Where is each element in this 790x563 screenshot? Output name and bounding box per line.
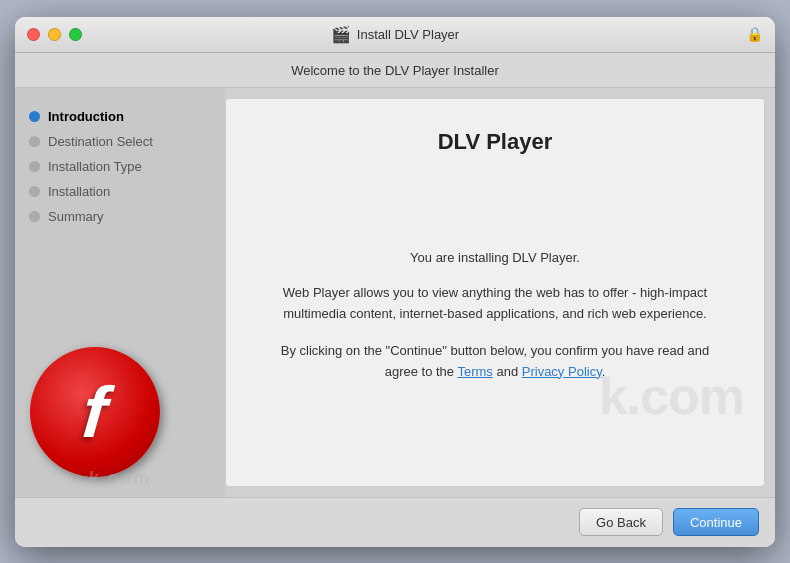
terms-link[interactable]: Terms <box>457 364 492 379</box>
terms-text: By clicking on the "Continue" button bel… <box>266 341 724 383</box>
minimize-button[interactable] <box>48 28 61 41</box>
right-panel: k.com DLV Player You are installing DLV … <box>225 98 765 487</box>
nav-dot-summary <box>29 211 40 222</box>
nav-dot-installation-type <box>29 161 40 172</box>
flash-f-letter: f <box>80 376 110 448</box>
installer-window: 🎬 Install DLV Player 🔒 Welcome to the DL… <box>15 17 775 547</box>
nav-label-introduction: Introduction <box>48 109 124 124</box>
panel-title: DLV Player <box>266 129 724 155</box>
sidebar-item-introduction[interactable]: Introduction <box>15 104 225 129</box>
sidebar-item-destination-select[interactable]: Destination Select <box>15 129 225 154</box>
subtitle-text: Welcome to the DLV Player Installer <box>291 63 499 78</box>
nav-dot-destination <box>29 136 40 147</box>
titlebar: 🎬 Install DLV Player 🔒 <box>15 17 775 53</box>
continue-button[interactable]: Continue <box>673 508 759 536</box>
title-icon: 🎬 <box>331 25 351 44</box>
sidebar-item-installation-type[interactable]: Installation Type <box>15 154 225 179</box>
nav-label-installation: Installation <box>48 184 110 199</box>
flash-logo-circle: f <box>30 347 160 477</box>
go-back-button[interactable]: Go Back <box>579 508 663 536</box>
window-title: 🎬 Install DLV Player <box>331 25 459 44</box>
subtitle-bar: Welcome to the DLV Player Installer <box>15 53 775 88</box>
panel-body: You are installing DLV Player. Web Playe… <box>266 175 724 456</box>
nav-label-installation-type: Installation Type <box>48 159 142 174</box>
lock-icon: 🔒 <box>746 26 763 42</box>
nav-label-summary: Summary <box>48 209 104 224</box>
sidebar-item-summary[interactable]: Summary <box>15 204 225 229</box>
installing-text: You are installing DLV Player. <box>266 248 724 268</box>
bottom-bar: Go Back Continue <box>15 497 775 547</box>
nav-dot-installation <box>29 186 40 197</box>
maximize-button[interactable] <box>69 28 82 41</box>
nav-dot-introduction <box>29 111 40 122</box>
sidebar-item-installation[interactable]: Installation <box>15 179 225 204</box>
nav-label-destination: Destination Select <box>48 134 153 149</box>
title-text: Install DLV Player <box>357 27 459 42</box>
privacy-policy-link[interactable]: Privacy Policy <box>522 364 602 379</box>
main-content: Introduction Destination Select Installa… <box>15 88 775 497</box>
sidebar-logo: f <box>30 347 160 477</box>
sidebar: Introduction Destination Select Installa… <box>15 88 225 497</box>
close-button[interactable] <box>27 28 40 41</box>
sidebar-watermark: k.com <box>15 468 225 489</box>
description-text: Web Player allows you to view anything t… <box>266 283 724 325</box>
window-controls <box>27 28 82 41</box>
